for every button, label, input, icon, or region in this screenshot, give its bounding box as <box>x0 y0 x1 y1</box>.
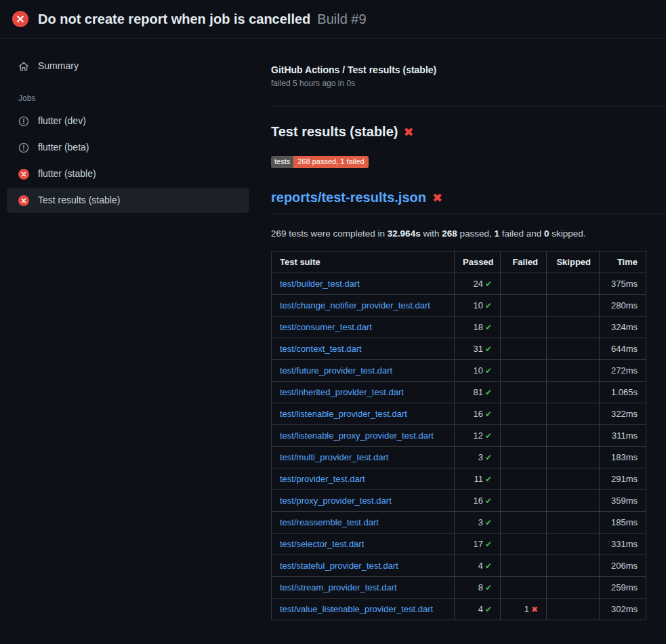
table-row: test/context_test.dart31✔644ms <box>272 338 646 360</box>
test-suite-link[interactable]: test/consumer_test.dart <box>280 322 372 332</box>
sidebar-item-flutter-beta[interactable]: flutter (beta) <box>7 135 249 160</box>
check-run-title: Test results (stable) ✖ <box>271 124 666 140</box>
time-cell: 375ms <box>600 273 646 295</box>
test-suite-cell: test/provider_test.dart <box>272 468 455 490</box>
x-icon <box>21 172 26 177</box>
test-suite-cell: test/builder_test.dart <box>272 273 455 295</box>
check-icon: ✔ <box>485 561 492 571</box>
report-link[interactable]: reports/test-results.json <box>271 190 426 205</box>
time-cell: 302ms <box>600 599 646 620</box>
test-suite-cell: test/listenable_provider_test.dart <box>272 403 455 425</box>
sidebar-item-flutter-stable[interactable]: flutter (stable) <box>7 161 249 186</box>
time-cell: 644ms <box>600 338 646 360</box>
time-cell: 311ms <box>600 425 646 447</box>
warning-icon <box>18 142 29 153</box>
time-cell: 1.065s <box>600 382 646 403</box>
passed-cell-value: 31 <box>473 344 482 354</box>
time-cell: 280ms <box>600 295 646 317</box>
sidebar-item-label: Test results (stable) <box>38 195 120 206</box>
test-suite-link[interactable]: test/proxy_provider_test.dart <box>280 496 392 506</box>
failed-cell <box>501 577 547 599</box>
failed-cell <box>501 490 547 512</box>
passed-cell-value: 81 <box>473 387 482 397</box>
skipped-cell <box>547 338 600 360</box>
failed-cell <box>501 534 547 555</box>
time-cell: 324ms <box>600 317 646 338</box>
passed-cell-value: 12 <box>473 430 482 441</box>
failed-cell <box>501 273 547 295</box>
test-suite-cell: test/context_test.dart <box>272 338 455 360</box>
test-suite-link[interactable]: test/inherited_provider_test.dart <box>280 387 404 397</box>
run-title: Do not create report when job is cancell… <box>38 12 310 27</box>
failed-cell <box>501 295 547 317</box>
table-row: test/consumer_test.dart18✔324ms <box>272 317 646 338</box>
run-meta: failed 5 hours ago in 0s <box>271 79 666 88</box>
summary-passed: 268 <box>442 228 457 239</box>
test-suite-cell: test/stateful_provider_test.dart <box>272 555 455 577</box>
test-suite-cell: test/change_notifier_provider_test.dart <box>272 295 455 317</box>
check-icon: ✔ <box>485 388 492 397</box>
skipped-cell <box>547 599 600 620</box>
table-row: test/inherited_provider_test.dart81✔1.06… <box>272 382 646 403</box>
table-row: test/listenable_proxy_provider_test.dart… <box>272 425 646 447</box>
sidebar-item-test-results-stable[interactable]: Test results (stable) <box>7 188 249 213</box>
skipped-cell <box>547 534 600 555</box>
passed-cell-value: 10 <box>473 365 482 376</box>
test-table-body: test/builder_test.dart24✔375mstest/chang… <box>272 273 646 620</box>
time-cell: 272ms <box>600 360 646 382</box>
failed-cell <box>501 512 547 534</box>
warning-icon <box>18 116 29 127</box>
check-icon: ✔ <box>485 344 492 354</box>
table-row: test/listenable_provider_test.dart16✔322… <box>272 403 646 425</box>
test-suite-link[interactable]: test/listenable_proxy_provider_test.dart <box>280 430 434 441</box>
test-suite-link[interactable]: test/listenable_provider_test.dart <box>280 409 407 419</box>
skipped-cell <box>547 273 600 295</box>
test-suite-cell: test/inherited_provider_test.dart <box>272 382 455 403</box>
sidebar-item-label: flutter (dev) <box>38 115 86 127</box>
column-header-test-suite: Test suite <box>272 251 455 273</box>
summary-duration: 32.964s <box>388 228 421 239</box>
test-suite-link[interactable]: test/builder_test.dart <box>280 279 360 289</box>
sidebar-item-label: flutter (stable) <box>38 168 96 180</box>
test-suite-link[interactable]: test/multi_provider_test.dart <box>280 452 388 462</box>
skipped-cell <box>547 468 600 490</box>
failed-status-icon <box>18 195 29 206</box>
x-icon: ✖ <box>531 605 538 614</box>
test-suite-link[interactable]: test/stateful_provider_test.dart <box>280 561 398 571</box>
summary-failed: 1 <box>495 228 500 239</box>
test-suite-link[interactable]: test/value_listenable_provider_test.dart <box>280 604 433 614</box>
breadcrumb: GitHub Actions / Test results (stable) <box>271 64 666 75</box>
sidebar-item-flutter-dev[interactable]: flutter (dev) <box>7 108 249 134</box>
check-icon: ✔ <box>485 323 492 332</box>
failed-cell <box>501 447 547 468</box>
test-suite-link[interactable]: test/change_notifier_provider_test.dart <box>280 300 430 310</box>
passed-cell-value: 3 <box>478 452 483 462</box>
report-heading: reports/test-results.json ✖ <box>271 190 666 214</box>
check-icon: ✔ <box>485 431 492 441</box>
time-cell: 291ms <box>600 468 646 490</box>
test-suite-link[interactable]: test/future_provider_test.dart <box>280 365 392 376</box>
time-cell: 183ms <box>600 447 646 468</box>
test-suite-link[interactable]: test/context_test.dart <box>280 344 362 354</box>
sidebar-item-summary[interactable]: Summary <box>7 54 249 79</box>
time-cell: 206ms <box>600 555 646 577</box>
run-header: Do not create report when job is cancell… <box>0 0 666 39</box>
test-suite-link[interactable]: test/selector_test.dart <box>280 539 364 549</box>
check-icon: ✔ <box>485 475 492 484</box>
test-results-table: Test suite Passed Failed Skipped Time te… <box>271 251 646 620</box>
failed-cell <box>501 403 547 425</box>
passed-cell-value: 4 <box>478 604 483 614</box>
badge-value: 268 passed, 1 failed <box>293 156 368 168</box>
skipped-cell <box>547 382 600 403</box>
passed-cell: 11✔ <box>455 468 501 490</box>
test-suite-link[interactable]: test/reassemble_test.dart <box>280 517 379 527</box>
summary-skipped: 0 <box>544 228 549 239</box>
sidebar: Summary Jobs flutter (dev) flut <box>0 39 257 214</box>
test-suite-link[interactable]: test/provider_test.dart <box>280 474 365 484</box>
column-header-failed: Failed <box>501 251 547 273</box>
summary-prefix: 269 tests were completed in <box>271 228 388 239</box>
skipped-cell <box>547 447 600 468</box>
failed-cell <box>501 425 547 447</box>
main-content: GitHub Actions / Test results (stable) f… <box>257 39 666 620</box>
test-suite-link[interactable]: test/stream_provider_test.dart <box>280 582 397 592</box>
